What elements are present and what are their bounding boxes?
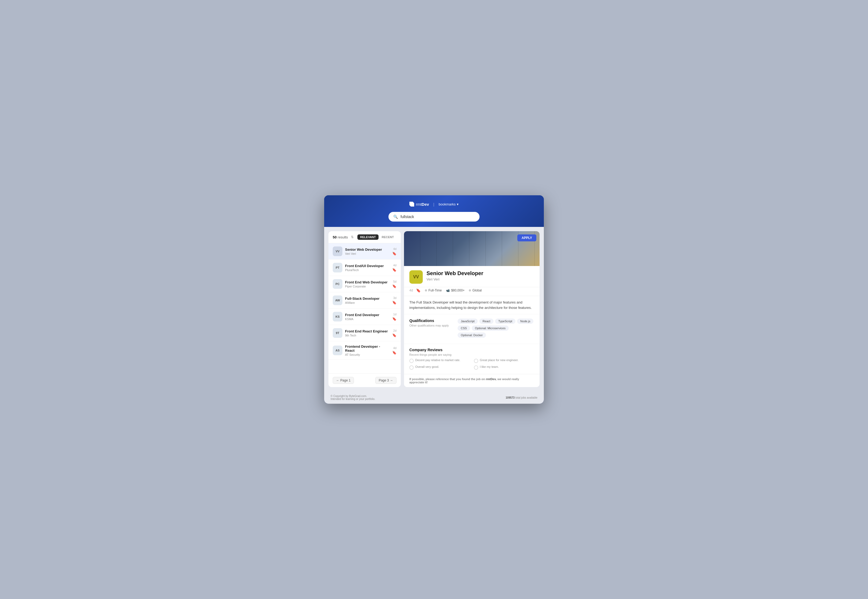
- review-dot: [409, 359, 414, 363]
- job-list-item[interactable]: PCFront End Web DeveloperPiper Corporate…: [328, 276, 401, 292]
- bookmark-icon[interactable]: 🔖: [392, 268, 397, 272]
- job-avatar: KS: [333, 312, 342, 322]
- reviews-subtitle: Recent things people are saying: [409, 353, 534, 356]
- bookmark-icon[interactable]: 🔖: [392, 284, 397, 288]
- job-info: Front End Web DeveloperPiper Corporate: [345, 280, 390, 288]
- right-panel: APPLY VV Senior Web Developer Veri Veri …: [404, 231, 540, 387]
- bookmark-icon[interactable]: 🔖: [392, 251, 397, 256]
- jobs-label: total jobs available: [514, 396, 537, 399]
- nav-divider: |: [433, 202, 434, 206]
- footer-left: © Copyright by ByteGrad.com.Intended for…: [331, 394, 375, 400]
- job-title: Senior Web Developer: [345, 248, 390, 251]
- badge-dot: [425, 289, 427, 292]
- job-meta: 2d🔖: [392, 329, 397, 337]
- job-avatar: PC: [333, 279, 342, 289]
- results-header: 50 results ⇅ RELEVANT RECENT: [328, 231, 401, 243]
- apply-button[interactable]: APPLY: [517, 235, 536, 241]
- nav-bar: rmtDev | bookmarks ▾: [409, 202, 459, 206]
- review-item: I like my team.: [474, 365, 534, 370]
- bytegrad-link[interactable]: ByteGrad.com.: [349, 394, 367, 397]
- job-list-item[interactable]: ASFrontend Developer - ReactAT Security4…: [328, 341, 401, 360]
- logo-icon: [409, 202, 414, 206]
- skill-tag: JavaScript: [457, 319, 478, 324]
- job-info: Frontend Developer - ReactAT Security: [345, 345, 390, 356]
- review-dot: [409, 366, 414, 370]
- app-container: rmtDev | bookmarks ▾ 🔍 50 results ⇅: [324, 195, 544, 404]
- reviews-header: Company Reviews Recent things people are…: [409, 344, 534, 358]
- skill-tag: CSS: [457, 325, 470, 331]
- skill-tag: Optional: Docker: [457, 333, 486, 338]
- review-item: Great place for new engineer.: [474, 358, 534, 363]
- logo-rmt: rmt: [416, 202, 422, 206]
- job-days: 3d: [393, 296, 397, 300]
- qualifications-title: Qualifications: [409, 319, 452, 323]
- job-meta: 4d🔖: [392, 346, 397, 355]
- job-title: Front End Developer: [345, 313, 390, 317]
- job-avatar: VV: [333, 247, 342, 256]
- next-page-button[interactable]: Page 3 →: [375, 377, 397, 384]
- job-list-item[interactable]: KSFront End DeveloperKSMA1d🔖: [328, 309, 401, 325]
- job-avatar: AS: [333, 346, 342, 355]
- tags-row-1: JavaScriptReactTypeScriptNode.js: [457, 319, 534, 324]
- bookmark-icon[interactable]: 🔖: [392, 317, 397, 321]
- bookmark-icon[interactable]: 🔖: [392, 333, 397, 337]
- footer-right: 109573 total jobs available: [506, 396, 537, 399]
- search-input[interactable]: [400, 215, 475, 219]
- job-avatar: 9T: [333, 328, 342, 338]
- skill-tag: React: [479, 319, 493, 324]
- job-company: Piper Corporate: [345, 285, 390, 288]
- salary: $80,000+: [451, 289, 465, 292]
- job-info: Full-Stack DeveloperAIWare: [345, 296, 390, 304]
- review-text: Decent pay relative to market rate.: [415, 358, 460, 362]
- search-icon: 🔍: [393, 215, 398, 219]
- logo: rmtDev: [409, 202, 429, 206]
- review-item: Overall very good.: [409, 365, 469, 370]
- job-list-item[interactable]: 9TFront End React Engineer9th Tech2d🔖: [328, 325, 401, 341]
- job-meta: 3d🔖: [392, 296, 397, 305]
- logo-text: rmtDev: [416, 202, 429, 206]
- job-list-item[interactable]: AWFull-Stack DeveloperAIWare3d🔖: [328, 292, 401, 309]
- review-text: I like my team.: [480, 365, 499, 368]
- job-days: 5d: [393, 280, 397, 283]
- job-days: 4d: [393, 346, 397, 349]
- job-info: Front End/UI DeveloperPluralTech: [345, 264, 390, 272]
- job-list-item[interactable]: PTFront End/UI DeveloperPluralTech4d🔖: [328, 260, 401, 276]
- job-detail-info: Senior Web Developer Veri Veri: [427, 270, 534, 281]
- copyright-text: © Copyright by: [331, 394, 349, 397]
- review-text: Great place for new engineer.: [480, 358, 518, 362]
- job-company: PluralTech: [345, 268, 390, 272]
- job-info: Senior Web DeveloperVeri Veri: [345, 248, 390, 255]
- job-sections: Qualifications Other qualifications may …: [404, 314, 540, 344]
- qualifications-subtitle: Other qualifications may apply: [409, 324, 452, 327]
- job-company: AT Security: [345, 353, 390, 356]
- filter-recent[interactable]: RECENT: [379, 235, 397, 240]
- job-days: 4d: [409, 289, 413, 292]
- prev-page-button[interactable]: ← Page 1: [333, 377, 354, 384]
- job-days: 2d: [393, 329, 397, 332]
- job-info: Front End DeveloperKSMA: [345, 313, 390, 321]
- salary-badge: 📹 $80,000+: [446, 289, 465, 292]
- filter-tabs: RELEVANT RECENT: [357, 235, 397, 240]
- job-company: Veri Veri: [345, 252, 390, 255]
- bookmark-icon[interactable]: 🔖: [392, 351, 397, 355]
- bookmarks-button[interactable]: bookmarks ▾: [439, 202, 459, 206]
- review-text: Overall very good.: [415, 365, 439, 368]
- job-detail-title: Senior Web Developer: [427, 270, 534, 277]
- bookmark-icon[interactable]: 🔖: [416, 288, 421, 292]
- location: Global: [472, 289, 482, 292]
- sort-icon[interactable]: ⇅: [351, 235, 354, 239]
- job-detail-meta-row: 4d 🔖 Full-Time 📹 $80,000+ Global: [404, 288, 540, 296]
- job-days: 4d: [393, 263, 397, 267]
- job-company: 9th Tech: [345, 334, 390, 337]
- pagination: ← Page 1 Page 3 →: [328, 373, 401, 387]
- job-company: AIWare: [345, 301, 390, 304]
- skill-tag: Optional: Microservices: [472, 325, 509, 331]
- copyright-note: Intended for learning or your portfolio.: [331, 397, 375, 400]
- bookmarks-label: bookmarks: [439, 202, 456, 206]
- job-meta: 4d🔖: [392, 247, 397, 256]
- filter-relevant[interactable]: RELEVANT: [357, 235, 378, 240]
- logo-dev: Dev: [422, 202, 429, 206]
- job-list-item[interactable]: VVSenior Web DeveloperVeri Veri4d🔖: [328, 243, 401, 260]
- results-number: 50: [333, 235, 337, 239]
- bookmark-icon[interactable]: 🔖: [392, 301, 397, 305]
